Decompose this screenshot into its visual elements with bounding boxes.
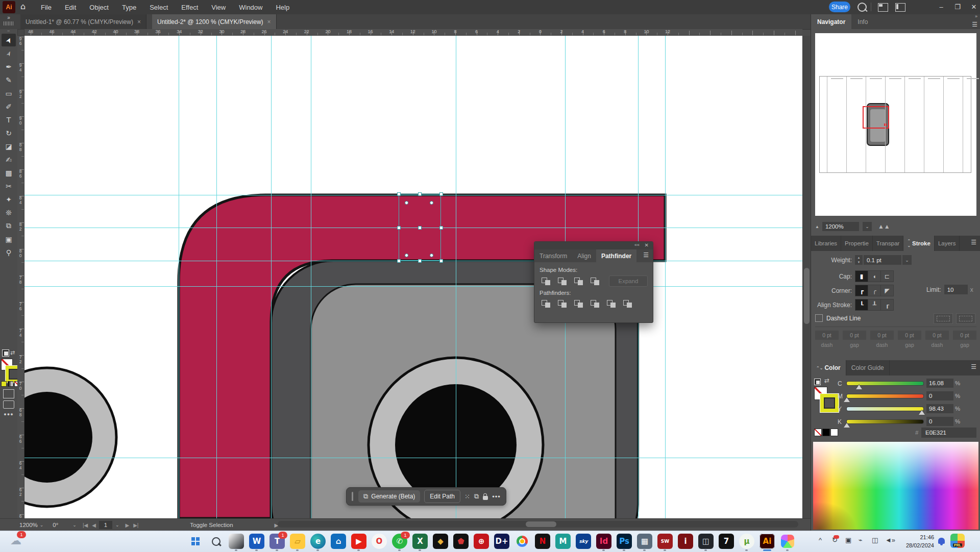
- yellow-slider-track[interactable]: [847, 407, 923, 411]
- selection-handle[interactable]: [439, 192, 443, 196]
- anchor-point[interactable]: [405, 201, 408, 205]
- window-close-button[interactable]: ✕: [967, 0, 980, 13]
- none-swatch[interactable]: [814, 429, 822, 436]
- microsoft-store-icon[interactable]: ⌂: [331, 534, 346, 549]
- creative-cloud-icon[interactable]: [780, 534, 795, 549]
- selection-handle[interactable]: [397, 259, 401, 263]
- selection-handle[interactable]: [439, 259, 443, 263]
- opera-icon[interactable]: O: [372, 534, 387, 549]
- yellow-slider-thumb[interactable]: [919, 410, 925, 415]
- edit-path-button[interactable]: Edit Path: [424, 490, 460, 503]
- rectangle-tool[interactable]: ▭: [2, 87, 16, 99]
- prl-app-icon[interactable]: PRL: [950, 534, 965, 548]
- menu-edit[interactable]: Edit: [65, 4, 76, 11]
- m-app-icon[interactable]: M: [555, 534, 571, 549]
- dock-menu-icon[interactable]: ☰: [971, 236, 980, 251]
- intersect-icon[interactable]: [572, 276, 584, 286]
- scanner-app-icon[interactable]: ◫: [698, 534, 714, 549]
- black-slider-track[interactable]: [847, 420, 923, 423]
- panel-menu-icon[interactable]: ☰: [643, 249, 653, 262]
- shape-builder-tool[interactable]: ⧉: [2, 219, 16, 232]
- first-artboard-icon[interactable]: |◀: [83, 522, 88, 528]
- edit-toolbar-icon[interactable]: ●●●: [0, 412, 17, 417]
- tray-usb-icon[interactable]: ⌁: [859, 536, 863, 544]
- dash-field[interactable]: 0 pt: [898, 331, 921, 340]
- magenta-slider-track[interactable]: [847, 394, 923, 398]
- guide-vertical[interactable]: [216, 36, 217, 518]
- zoom-level[interactable]: 1200%: [19, 522, 38, 528]
- duplicate-icon[interactable]: ⧉: [474, 492, 479, 500]
- align-center-button[interactable]: ┖: [855, 299, 868, 310]
- default-colors-icon[interactable]: [2, 349, 9, 357]
- screen-mode-icon[interactable]: [3, 400, 14, 409]
- swap-fill-stroke-icon[interactable]: ⇄: [10, 349, 15, 356]
- prev-artboard-icon[interactable]: ◀: [92, 522, 96, 528]
- window-restore-button[interactable]: ❐: [950, 0, 965, 13]
- selection-handle[interactable]: [439, 226, 443, 230]
- direct-selection-tool[interactable]: ➢: [2, 47, 16, 60]
- share-button[interactable]: Share: [829, 2, 850, 12]
- dash-align-icon[interactable]: [956, 313, 975, 324]
- dash-field[interactable]: 0 pt: [925, 331, 949, 340]
- rotation-dropdown-icon[interactable]: ⌄: [72, 522, 77, 528]
- draw-modes-icon[interactable]: [3, 389, 14, 398]
- pathfinder-tab-transform[interactable]: Transform: [534, 249, 572, 262]
- selection-handle[interactable]: [397, 192, 401, 196]
- zoom-tool[interactable]: ⚲: [2, 246, 16, 259]
- edge-icon[interactable]: e: [310, 534, 326, 549]
- eraser-tool[interactable]: ◪: [2, 140, 16, 153]
- corner-miter-button[interactable]: ┏: [855, 285, 868, 296]
- cap-round-button[interactable]: ◖: [868, 271, 881, 282]
- horizontal-scrollbar-thumb[interactable]: [526, 521, 556, 527]
- zoom-dropdown-icon[interactable]: ⌄: [40, 522, 44, 528]
- anchor-point[interactable]: [405, 254, 408, 257]
- guide-horizontal[interactable]: [24, 458, 802, 458]
- color-tab-color[interactable]: ⌃⌄Color: [811, 360, 846, 375]
- pathfinder-tab-align[interactable]: Align: [572, 249, 596, 262]
- anchor-point[interactable]: [430, 201, 433, 205]
- weight-dropdown[interactable]: ⌄: [902, 255, 912, 265]
- guide-vertical[interactable]: [179, 36, 179, 518]
- guide-vertical[interactable]: [271, 36, 272, 518]
- context-bar-drag-handle[interactable]: [352, 492, 353, 501]
- selection-handle[interactable]: [397, 226, 401, 230]
- color-menu-icon[interactable]: ☰: [971, 360, 980, 375]
- notifications-bell-icon[interactable]: [936, 536, 946, 546]
- photos-app-icon[interactable]: [229, 534, 244, 549]
- selection-dots-icon[interactable]: ⁙: [464, 493, 470, 500]
- cyan-slider-thumb[interactable]: [856, 385, 862, 389]
- search-button[interactable]: [208, 534, 224, 549]
- color-tab-color-guide[interactable]: Color Guide: [846, 360, 890, 375]
- zoom-in-icon[interactable]: ▲▲: [878, 223, 890, 230]
- guide-vertical[interactable]: [456, 36, 456, 518]
- pathfinder-tab-pathfinder[interactable]: Pathfinder: [596, 249, 636, 262]
- weight-value-field[interactable]: 0.1 pt: [864, 255, 901, 265]
- vertical-scrollbar[interactable]: [802, 36, 811, 518]
- paintbrush-tool[interactable]: ✐: [2, 100, 16, 113]
- whatsapp-icon[interactable]: ✆1: [392, 534, 407, 549]
- guide-horizontal[interactable]: [24, 286, 802, 287]
- file-explorer-icon[interactable]: ▱: [290, 534, 305, 549]
- window-minimize-button[interactable]: –: [934, 0, 948, 13]
- toolbar-grip[interactable]: ┅: [0, 29, 17, 33]
- minus-back-icon[interactable]: [621, 298, 633, 309]
- generate-button[interactable]: ⧉ Generate (Beta): [358, 490, 420, 503]
- selection-handle[interactable]: [418, 226, 422, 230]
- corner-round-button[interactable]: ╭: [868, 285, 881, 296]
- menu-help[interactable]: Help: [276, 4, 289, 11]
- tray-cast-icon[interactable]: ◫: [872, 536, 878, 544]
- cap-butt-button[interactable]: ▮: [855, 271, 868, 282]
- utorrent-icon[interactable]: µ: [739, 534, 754, 549]
- eyedropper-tool[interactable]: ✦: [2, 193, 16, 206]
- black-slider-value-field[interactable]: 0: [926, 417, 953, 426]
- corner-bevel-button[interactable]: ◤: [881, 285, 893, 296]
- crop-icon[interactable]: [589, 298, 601, 309]
- dash-field[interactable]: 0 pt: [843, 331, 866, 340]
- dash-field[interactable]: 0 pt: [953, 331, 976, 340]
- color-spectrum[interactable]: [813, 442, 978, 530]
- menu-file[interactable]: File: [41, 4, 52, 11]
- outline-icon[interactable]: [605, 298, 617, 309]
- navigator-zoom-dropdown[interactable]: ⌄: [863, 222, 872, 231]
- magenta-slider-value-field[interactable]: 0: [926, 391, 953, 400]
- tray-display-icon[interactable]: ▣: [845, 536, 851, 544]
